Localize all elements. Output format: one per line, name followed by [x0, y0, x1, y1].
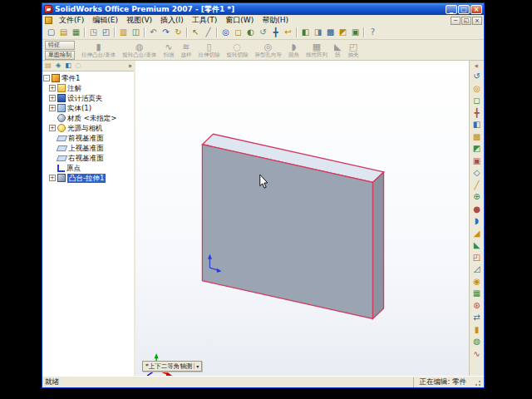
wireframe-icon[interactable]: ▩ [471, 131, 483, 144]
tree-item-solid-bodies[interactable]: + 实体(1) [49, 103, 133, 113]
rebuild-icon[interactable]: ↻ [172, 27, 185, 38]
save-icon[interactable]: ▦ [70, 27, 82, 38]
close-button[interactable]: × [470, 5, 482, 14]
resize-grip[interactable] [473, 378, 481, 387]
open-icon[interactable]: ▤ [57, 27, 70, 38]
menu-edit[interactable]: 编辑(E) [88, 15, 122, 26]
expander-icon[interactable]: + [49, 175, 56, 181]
mdi-restore-button[interactable]: ◱ [461, 17, 471, 25]
shell-button[interactable]: ◰ 抽壳 [344, 41, 362, 59]
third-party-tab-icon[interactable]: ◌ [74, 62, 82, 70]
tree-item-origin[interactable]: 原点 [49, 163, 133, 173]
coordinate-system-icon[interactable]: ⊕ [471, 191, 483, 204]
mdi-minimize-button[interactable]: ─ [451, 17, 461, 25]
feature-manager-tab-icon[interactable]: ▤ [44, 62, 52, 70]
make-drawing-icon[interactable]: ◳ [87, 27, 100, 38]
pan-icon[interactable]: ╋ [471, 107, 483, 120]
minimize-button[interactable]: _ [446, 5, 457, 14]
zoom-area-icon[interactable]: ◻ [232, 27, 244, 38]
expander-icon[interactable]: + [49, 105, 56, 111]
tree-item-boss-extrude1[interactable]: + 凸台-拉伸1 [49, 173, 133, 183]
sketch-icon[interactable]: ╱ [202, 27, 214, 38]
menu-file[interactable]: 文件(F) [55, 15, 88, 26]
rotate-view-icon[interactable]: ↺ [257, 27, 269, 38]
new-icon[interactable]: ▢ [45, 27, 57, 38]
expander-icon[interactable]: + [49, 95, 56, 101]
mirror-icon[interactable]: ⇄ [471, 312, 483, 324]
zoom-fit-icon[interactable]: ◎ [219, 27, 232, 38]
wireframe-icon[interactable]: ▩ [324, 27, 337, 38]
right-toolbar-collapse-chevron[interactable]: « [475, 62, 479, 71]
tab-sketch[interactable]: 草图绘制 [45, 51, 75, 60]
maximize-button[interactable]: ▢ [458, 5, 470, 14]
revolve-boss-button[interactable]: ◍ 旋转凸台/基体 [119, 41, 160, 59]
view-orientation-pill[interactable]: *上下二等角轴测 ▾ [142, 361, 202, 372]
part-side-face[interactable] [372, 172, 383, 319]
expander-icon[interactable]: + [49, 125, 56, 131]
linear-pattern-icon[interactable]: ▦ [471, 288, 483, 300]
view-orientation-icon[interactable]: ▣ [471, 155, 483, 168]
tree-item-lights-cameras[interactable]: + 光源与相机 [49, 123, 133, 133]
expander-icon[interactable]: + [49, 85, 56, 91]
tree-item-material[interactable]: 材质 <未指定> [49, 113, 133, 123]
tree-item-annotations[interactable]: + 注解 [49, 83, 133, 93]
title-bar[interactable]: SolidWorks Office Premium 2007 - [零件1 *]… [42, 3, 484, 15]
tree-item-right-plane[interactable]: 右视基准面 [49, 153, 133, 163]
sweep-icon[interactable]: ∿ [471, 348, 483, 361]
view-orientation-icon[interactable]: ▣ [349, 27, 362, 38]
rotate-view-icon[interactable]: ↺ [471, 71, 483, 83]
redo-icon[interactable]: ↷ [160, 27, 172, 38]
extrude-cut-button[interactable]: ▯ 拉伸切除 [195, 41, 223, 59]
extrude-boss-button[interactable]: ▮ 拉伸凸台/基体 [78, 41, 119, 59]
hole-wizard-button[interactable]: ◎ 异型孔向导 [251, 41, 285, 59]
section-view-icon[interactable]: ◩ [471, 143, 483, 155]
menu-tools[interactable]: 工具(T) [188, 15, 222, 26]
pan-icon[interactable]: ╋ [269, 27, 282, 38]
section-view-icon[interactable]: ◩ [337, 27, 349, 38]
hidden-lines-icon[interactable]: ◨ [312, 27, 324, 38]
print-icon[interactable]: ▥ [117, 27, 130, 38]
circular-pattern-icon[interactable]: ⊛ [471, 300, 483, 313]
rib-icon[interactable]: ◣ [471, 239, 483, 252]
reference-point-icon[interactable]: ● [471, 204, 483, 216]
loft-button[interactable]: ≋ 放样 [177, 41, 195, 59]
linear-pattern-button[interactable]: ▦ 线性阵列 [303, 41, 331, 59]
graphics-area[interactable]: *上下二等角轴测 ▾ [135, 61, 469, 376]
rib-button[interactable]: ◣ 筋 [331, 41, 344, 59]
zoom-in-out-icon[interactable]: ◐ [244, 27, 257, 38]
print-preview-icon[interactable]: ◫ [130, 27, 142, 38]
tree-item-top-plane[interactable]: 上视基准面 [49, 143, 133, 153]
zoom-area-icon[interactable]: ◻ [471, 95, 483, 107]
fillet-icon[interactable]: ◗ [471, 215, 483, 228]
extrude-boss-icon[interactable]: ▮ [471, 324, 483, 337]
draft-icon[interactable]: ◿ [471, 264, 483, 276]
shell-icon[interactable]: ◰ [471, 252, 483, 264]
tree-item-design-binder[interactable]: + 设计活页夹 [49, 93, 133, 103]
help-icon[interactable]: ? [367, 27, 379, 38]
document-icon[interactable] [45, 17, 52, 24]
panel-collapse-chevron[interactable]: » [128, 62, 132, 70]
menu-window[interactable]: 窗口(W) [221, 15, 258, 26]
menu-insert[interactable]: 插入(I) [156, 15, 188, 26]
fillet-button[interactable]: ◗ 圆角 [285, 41, 303, 59]
configuration-manager-tab-icon[interactable]: ◧ [64, 62, 72, 70]
property-manager-tab-icon[interactable]: ◈ [54, 62, 62, 70]
previous-view-icon[interactable]: ↩ [282, 27, 294, 38]
reference-axis-icon[interactable]: ╱ [471, 180, 483, 192]
menu-view[interactable]: 视图(V) [122, 15, 156, 26]
reference-plane-icon[interactable]: ◇ [471, 167, 483, 180]
sweep-button[interactable]: ∿ 扫描 [160, 41, 177, 59]
chamfer-icon[interactable]: ◢ [471, 228, 483, 240]
hole-wizard-icon[interactable]: ◉ [471, 276, 483, 288]
make-assembly-icon[interactable]: ◰ [100, 27, 112, 38]
zoom-fit-icon[interactable]: ◎ [471, 83, 483, 96]
select-icon[interactable]: ↖ [190, 27, 202, 38]
expander-icon[interactable]: - [43, 75, 50, 81]
undo-icon[interactable]: ↶ [147, 27, 160, 38]
revolve-boss-icon[interactable]: ◍ [471, 336, 483, 348]
mdi-close-button[interactable]: × [472, 17, 482, 25]
shaded-view-icon[interactable]: ◧ [299, 27, 312, 38]
tab-features[interactable]: 特征 [45, 41, 75, 50]
revolve-cut-button[interactable]: ◌ 旋转切除 [223, 41, 251, 59]
shaded-view-icon[interactable]: ◧ [471, 119, 483, 131]
